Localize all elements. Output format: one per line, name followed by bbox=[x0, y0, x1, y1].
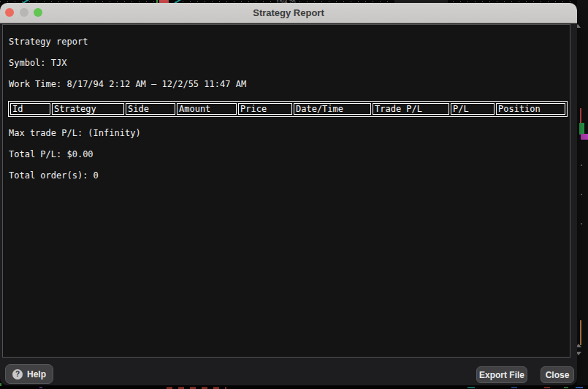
report-panel: Strategy report Symbol: TJX Work Time: 8… bbox=[2, 24, 570, 358]
window-titlebar[interactable]: Strategy Report bbox=[0, 3, 577, 23]
background-grid-dot bbox=[581, 194, 582, 195]
report-max-trade-pl: Max trade P/L: (Infinity) bbox=[9, 129, 570, 138]
export-file-button-label: Export File bbox=[479, 370, 524, 380]
background-candle-body bbox=[579, 123, 584, 135]
help-button[interactable]: ? Help bbox=[5, 364, 53, 384]
report-content: Strategy report Symbol: TJX Work Time: 8… bbox=[3, 25, 570, 181]
close-button[interactable]: Close bbox=[541, 366, 574, 383]
background-chart-right-strip bbox=[577, 0, 588, 389]
report-work-time: Work Time: 8/17/94 2:12 AM — 12/2/55 11:… bbox=[9, 80, 570, 89]
column-header-strategy: Strategy bbox=[52, 103, 124, 115]
background-blue-dash bbox=[576, 387, 583, 388]
report-total-orders: Total order(s): 0 bbox=[9, 171, 570, 181]
column-header-price: Price bbox=[238, 103, 292, 115]
background-green-dash bbox=[564, 387, 568, 388]
column-header-id: Id bbox=[10, 103, 50, 115]
report-symbol: Symbol: TJX bbox=[9, 58, 570, 68]
column-header-side: Side bbox=[126, 103, 175, 115]
background-grid-dot bbox=[581, 165, 582, 166]
orders-table: Id Strategy Side Amount Price Date/Time … bbox=[8, 101, 568, 117]
background-purple-dot bbox=[39, 387, 42, 388]
background-orange-line bbox=[580, 320, 581, 345]
background-magenta-line bbox=[581, 134, 588, 140]
background-teal-dash bbox=[467, 387, 475, 388]
window-title: Strategy Report bbox=[0, 3, 577, 23]
strategy-report-window: Strategy Report Strategy report Symbol: … bbox=[0, 3, 577, 385]
background-chart-bottom-strip bbox=[0, 385, 588, 389]
report-heading: Strategy report bbox=[9, 37, 570, 47]
background-green-pixel bbox=[0, 383, 1, 386]
background-red-dash bbox=[544, 387, 550, 388]
close-button-label: Close bbox=[546, 370, 570, 380]
report-total-pl: Total P/L: $0.00 bbox=[9, 150, 570, 159]
column-header-datetime: Date/Time bbox=[294, 103, 371, 115]
column-header-pl: P/L bbox=[451, 103, 495, 115]
column-header-position: Position bbox=[496, 103, 565, 115]
background-blue-dash bbox=[511, 387, 517, 388]
help-button-label: Help bbox=[27, 369, 46, 379]
column-header-amount: Amount bbox=[177, 103, 237, 115]
desktop-background: 15/4.75 Strategy Report Str bbox=[0, 0, 588, 389]
table-header-row: Id Strategy Side Amount Price Date/Time … bbox=[10, 103, 565, 115]
export-file-button[interactable]: Export File bbox=[476, 366, 527, 383]
question-mark-icon: ? bbox=[12, 369, 23, 379]
column-header-trade-pl: Trade P/L bbox=[373, 103, 449, 115]
background-grid-dot bbox=[581, 223, 582, 224]
